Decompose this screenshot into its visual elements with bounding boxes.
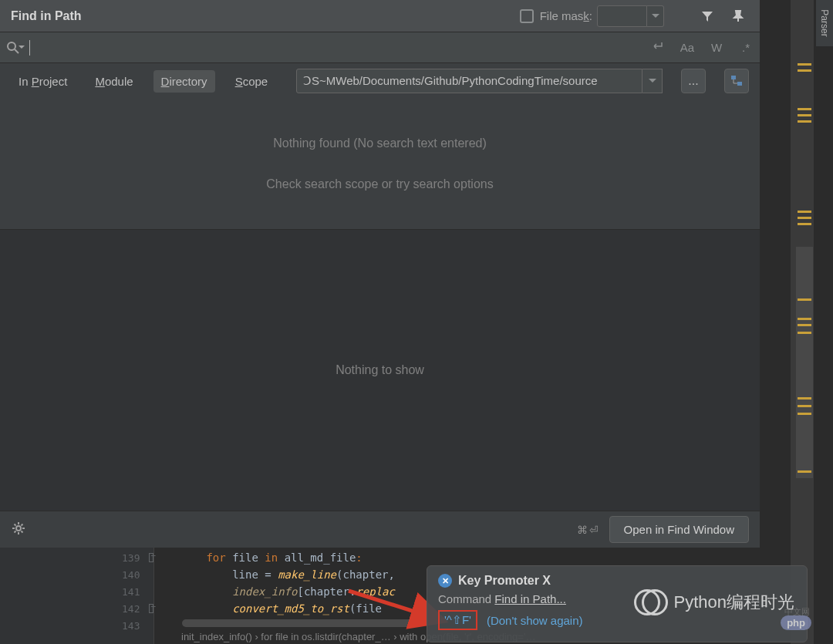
nothing-found-message: Nothing found (No search text entered) bbox=[273, 137, 487, 150]
browse-button[interactable]: ... bbox=[681, 69, 706, 93]
file-mask-input[interactable] bbox=[597, 5, 647, 27]
fold-toggle-icon[interactable] bbox=[149, 604, 153, 613]
newline-icon[interactable] bbox=[650, 41, 666, 54]
popup-app-icon: ✕ bbox=[438, 574, 452, 588]
regex-button[interactable]: .* bbox=[738, 41, 754, 54]
popup-title: Key Promoter X bbox=[458, 574, 551, 588]
marker-warning[interactable] bbox=[798, 397, 811, 400]
search-input[interactable] bbox=[29, 40, 650, 56]
marker-warning[interactable] bbox=[798, 114, 811, 116]
svg-line-1 bbox=[15, 49, 19, 53]
file-mask-toggle[interactable]: File mask: bbox=[520, 9, 592, 23]
marker-warning[interactable] bbox=[798, 470, 811, 473]
watermark: Python编程时光 bbox=[634, 586, 795, 619]
pin-icon[interactable] bbox=[727, 5, 749, 27]
dont-show-again-link[interactable]: (Don't show again) bbox=[487, 614, 583, 627]
line-number: 139 bbox=[122, 552, 140, 564]
marker-warning[interactable] bbox=[798, 413, 811, 415]
open-shortcut-hint: ⌘⏎ bbox=[577, 524, 600, 536]
recursive-toggle[interactable] bbox=[724, 69, 749, 93]
directory-path-input[interactable]: ƆS~MWeb/Documents/Github/PythonCodingTim… bbox=[296, 69, 642, 93]
line-number: 142 bbox=[122, 603, 140, 615]
scope-tab-scope[interactable]: Scope bbox=[228, 70, 276, 93]
marker-warning[interactable] bbox=[798, 223, 811, 225]
scope-tab-project[interactable]: In Project bbox=[11, 70, 75, 93]
find-in-path-dialog: Find in Path File mask: Aa W .* bbox=[0, 0, 760, 548]
svg-point-0 bbox=[8, 42, 15, 50]
marker-warning[interactable] bbox=[798, 63, 811, 66]
svg-rect-2 bbox=[731, 76, 736, 79]
marker-warning[interactable] bbox=[798, 217, 811, 219]
scope-tab-module[interactable]: Module bbox=[87, 70, 140, 93]
line-number: 143 bbox=[122, 620, 140, 632]
results-message-area: Nothing found (No search text entered) C… bbox=[0, 99, 760, 230]
watermark-text: Python编程时光 bbox=[674, 591, 795, 614]
checkbox-icon[interactable] bbox=[520, 9, 534, 23]
check-scope-message: Check search scope or try search options bbox=[266, 177, 493, 191]
dialog-footer: ⌘⏎ Open in Find Window bbox=[0, 511, 760, 548]
marker-warning[interactable] bbox=[798, 298, 811, 301]
nothing-to-show-message: Nothing to show bbox=[336, 363, 424, 377]
marker-warning[interactable] bbox=[798, 324, 811, 326]
filter-icon[interactable] bbox=[696, 5, 718, 27]
search-icon bbox=[6, 41, 25, 55]
popup-command-label: Command bbox=[438, 592, 494, 605]
editor-gutter: 139 140 141 142 143 bbox=[0, 548, 154, 644]
svg-rect-3 bbox=[737, 82, 742, 86]
shortcut-badge: '^⇧F' bbox=[438, 610, 477, 630]
fold-toggle-icon[interactable] bbox=[149, 553, 153, 562]
match-case-button[interactable]: Aa bbox=[680, 41, 695, 54]
open-in-find-window-button[interactable]: Open in Find Window bbox=[609, 516, 749, 543]
dialog-title: Find in Path bbox=[11, 9, 82, 23]
marker-warning[interactable] bbox=[798, 120, 811, 123]
marker-warning[interactable] bbox=[798, 69, 811, 72]
preview-area: Nothing to show bbox=[0, 230, 760, 511]
marker-warning[interactable] bbox=[798, 318, 811, 320]
line-number: 140 bbox=[122, 569, 140, 581]
marker-warning[interactable] bbox=[798, 211, 811, 213]
scope-bar: In Project Module Directory Scope ƆS~MWe… bbox=[0, 63, 760, 99]
dialog-header: Find in Path File mask: bbox=[0, 0, 760, 32]
svg-point-4 bbox=[16, 526, 21, 531]
line-number: 141 bbox=[122, 586, 140, 598]
scope-tab-directory[interactable]: Directory bbox=[153, 70, 215, 93]
search-bar: Aa W .* bbox=[0, 32, 760, 63]
marker-warning[interactable] bbox=[798, 332, 811, 334]
gear-icon[interactable] bbox=[11, 521, 26, 539]
file-mask-dropdown[interactable] bbox=[647, 5, 664, 27]
parser-tool-window-tab[interactable]: Parser bbox=[816, 0, 833, 46]
scrollbar-range[interactable] bbox=[796, 247, 813, 478]
file-mask-label: File mask: bbox=[540, 9, 592, 22]
popup-command-link[interactable]: Find in Path... bbox=[494, 592, 566, 605]
horizontal-scrollbar[interactable] bbox=[182, 619, 421, 627]
watermark-logo-icon bbox=[634, 586, 666, 619]
marker-warning[interactable] bbox=[798, 405, 811, 407]
parser-label: Parser bbox=[819, 9, 830, 36]
php-badge: php bbox=[781, 615, 811, 630]
path-history-dropdown[interactable] bbox=[642, 69, 663, 93]
words-button[interactable]: W bbox=[709, 41, 724, 54]
marker-warning[interactable] bbox=[798, 108, 811, 110]
